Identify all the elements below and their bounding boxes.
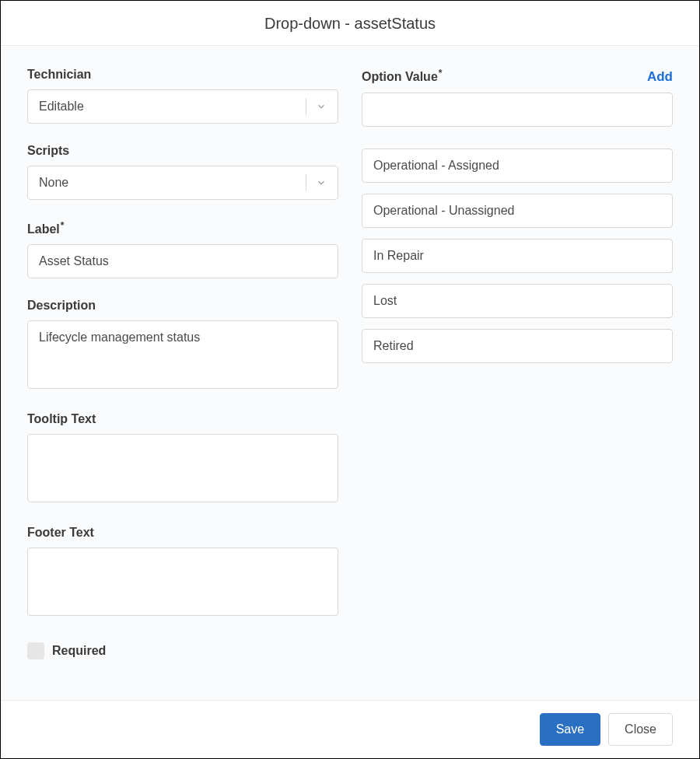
label-input[interactable] — [27, 244, 338, 278]
option-value-input[interactable] — [362, 93, 673, 127]
description-textarea[interactable] — [27, 320, 338, 389]
option-item[interactable]: Lost — [362, 284, 673, 318]
scripts-group: Scripts None — [27, 144, 338, 200]
label-field-label: Label* — [27, 220, 338, 236]
option-item[interactable]: Operational - Assigned — [362, 149, 673, 183]
option-value-header: Option Value* Add — [362, 68, 673, 85]
required-asterisk-icon: * — [61, 220, 65, 231]
tooltip-label: Tooltip Text — [27, 412, 338, 426]
description-group: Description — [27, 299, 338, 392]
select-divider — [306, 174, 306, 191]
technician-select[interactable]: Editable — [27, 89, 338, 124]
label-group: Label* — [27, 220, 338, 278]
close-button[interactable]: Close — [608, 713, 673, 746]
option-value-label: Option Value* — [362, 68, 442, 84]
scripts-label: Scripts — [27, 144, 338, 158]
required-asterisk-icon: * — [439, 68, 443, 79]
dialog-header: Drop-down - assetStatus — [1, 1, 699, 46]
footer-text-label: Footer Text — [27, 526, 338, 540]
scripts-select[interactable]: None — [27, 166, 338, 200]
option-item[interactable]: In Repair — [362, 239, 673, 273]
dialog-title: Drop-down - assetStatus — [1, 15, 699, 33]
tooltip-textarea[interactable] — [27, 434, 338, 502]
dialog-footer: Save Close — [1, 700, 699, 758]
option-item[interactable]: Retired — [362, 329, 673, 363]
technician-value: Editable — [39, 100, 306, 114]
technician-group: Technician Editable — [27, 68, 338, 124]
add-option-link[interactable]: Add — [647, 69, 673, 85]
dropdown-field-dialog: Drop-down - assetStatus Technician Edita… — [0, 0, 700, 759]
technician-label: Technician — [27, 68, 338, 82]
save-button[interactable]: Save — [540, 713, 600, 746]
select-divider — [306, 98, 306, 115]
scripts-value: None — [39, 176, 306, 190]
chevron-down-icon — [316, 101, 327, 112]
chevron-down-icon — [316, 177, 327, 188]
option-list: Operational - Assigned Operational - Una… — [362, 149, 673, 363]
dialog-body: Technician Editable Scripts None — [1, 46, 699, 700]
footer-text-group: Footer Text — [27, 526, 338, 619]
tooltip-group: Tooltip Text — [27, 412, 338, 505]
description-label: Description — [27, 299, 338, 313]
right-column: Option Value* Add Operational - Assigned… — [362, 68, 673, 684]
footer-text-textarea[interactable] — [27, 547, 338, 616]
option-item[interactable]: Operational - Unassigned — [362, 194, 673, 228]
required-checkbox[interactable] — [27, 642, 44, 659]
required-label: Required — [52, 644, 106, 658]
left-column: Technician Editable Scripts None — [27, 68, 338, 684]
required-row: Required — [27, 642, 338, 659]
